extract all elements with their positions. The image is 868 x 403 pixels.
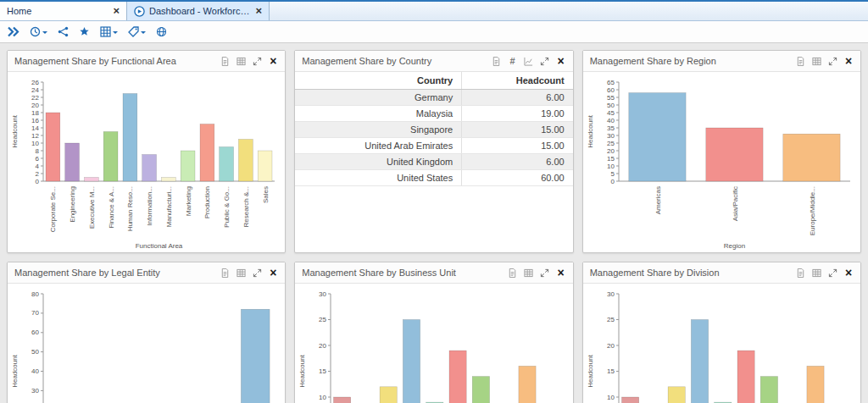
table-row[interactable]: Singapore15.00 [295,122,572,138]
svg-text:15: 15 [607,155,615,163]
table-row[interactable]: Malaysia19.00 [295,106,572,122]
panel-title: Management Share by Division [590,268,795,278]
table-icon[interactable] [811,56,821,66]
svg-text:0: 0 [610,178,615,185]
legal-entity-bar-chart[interactable]: 01020304050607080Headcount [8,284,285,403]
report-icon[interactable] [795,56,805,66]
report-icon[interactable] [220,56,230,66]
business-unit-bar-chart[interactable]: 051015202530Headcount [295,284,572,403]
svg-text:22: 22 [31,94,39,102]
svg-text:26: 26 [31,79,39,86]
svg-text:Production: Production [203,186,211,218]
tag-icon [128,26,139,37]
table-cell: Germany [295,90,461,106]
table-icon[interactable] [236,56,246,66]
panel-functional-area: Management Share by Functional Area × 02… [7,50,286,253]
close-icon[interactable]: × [556,268,566,278]
svg-text:Sales: Sales [262,186,270,203]
close-icon[interactable]: × [255,7,262,15]
favorites-icon[interactable] [79,26,90,37]
panel-icons: × [220,268,278,278]
svg-text:18: 18 [31,109,39,117]
report-icon[interactable] [492,56,502,66]
svg-text:30: 30 [319,290,326,298]
table-cell: 6.00 [462,90,573,106]
svg-text:Public & Go...: Public & Go... [223,186,231,228]
svg-text:Headcount: Headcount [298,354,306,387]
svg-text:10: 10 [31,140,39,147]
table-icon[interactable] [524,268,534,278]
grid-icon [100,26,111,37]
table-icon[interactable] [236,268,246,278]
svg-text:20: 20 [607,147,615,155]
table-row[interactable]: United Kingdom6.00 [295,154,572,170]
svg-text:Headcount: Headcount [11,114,19,147]
table-row[interactable]: United Arab Emirates15.00 [295,138,572,154]
expand-icon[interactable] [827,268,837,278]
division-bar-chart[interactable]: 051015202530Headcount [583,284,860,403]
table-cell: Singapore [295,122,461,138]
globe-icon[interactable] [156,26,167,37]
caret-down-icon [113,31,118,36]
report-icon[interactable] [508,268,518,278]
report-icon[interactable] [220,268,230,278]
panel-title: Management Share by Legal Entity [14,268,220,278]
svg-text:Information...: Information... [146,186,153,226]
expand-icon[interactable] [540,268,550,278]
panel-region: Management Share by Region × 05101520253… [582,50,861,253]
close-icon[interactable]: × [843,268,854,278]
tab-home[interactable]: Home × [0,2,127,20]
close-icon[interactable]: × [268,56,278,66]
tags-menu[interactable] [128,26,146,37]
expand-sidebar-icon[interactable] [6,25,19,38]
table-row[interactable]: Germany6.00 [295,90,572,106]
close-icon[interactable]: × [113,7,120,15]
functional-area-bar-chart[interactable]: 02468101214161820222426Corporate Se...En… [8,72,285,252]
close-icon[interactable]: × [268,268,278,278]
svg-text:Region: Region [723,242,744,250]
svg-text:Headcount: Headcount [11,354,19,387]
table-icon[interactable] [811,268,821,278]
panel-icons: × [220,56,278,66]
svg-text:15: 15 [607,367,615,375]
history-menu[interactable] [30,26,47,37]
expand-icon[interactable] [252,56,262,66]
svg-text:80: 80 [31,290,39,298]
column-header[interactable]: Country [295,72,461,90]
panel-header: Management Share by Functional Area × [8,51,285,72]
expand-icon[interactable] [252,268,262,278]
column-header[interactable]: Headcount [462,72,573,90]
expand-icon[interactable] [540,56,550,66]
table-cell: 60.00 [462,170,573,186]
apps-menu[interactable] [100,26,118,37]
svg-text:Americas: Americas [654,186,661,214]
number-icon[interactable]: # [508,56,518,66]
region-bar-chart[interactable]: 05101520253035404550556065AmericasAsia/P… [583,72,860,252]
panel-header: Management Share by Region × [583,51,860,72]
share-icon[interactable] [58,26,69,37]
caret-down-icon [42,31,47,36]
table-row[interactable]: United States60.00 [295,170,572,186]
expand-icon[interactable] [827,56,837,66]
tab-bar: Home × Dashboard - Workforce A... × [0,0,868,21]
panel-icons: #× [492,56,566,66]
svg-text:60: 60 [31,328,39,336]
panel-icons: × [795,268,854,278]
svg-text:Research &...: Research &... [242,186,250,227]
svg-text:Asia/Pacific: Asia/Pacific [731,186,738,221]
panel-icons: × [795,56,854,66]
report-icon[interactable] [795,268,805,278]
svg-text:60: 60 [607,86,615,94]
svg-text:40: 40 [31,367,39,375]
close-icon[interactable]: × [843,56,854,66]
chart-icon[interactable] [524,56,534,66]
svg-text:70: 70 [31,309,39,317]
svg-text:Functional Area: Functional Area [136,242,183,250]
svg-text:55: 55 [607,94,615,102]
svg-text:30: 30 [607,290,615,298]
tab-dashboard-workforce[interactable]: Dashboard - Workforce A... × [127,2,270,20]
close-icon[interactable]: × [556,56,566,66]
table-cell: United States [295,170,461,186]
table-cell: 15.00 [462,122,573,138]
table-cell: 15.00 [462,138,573,154]
